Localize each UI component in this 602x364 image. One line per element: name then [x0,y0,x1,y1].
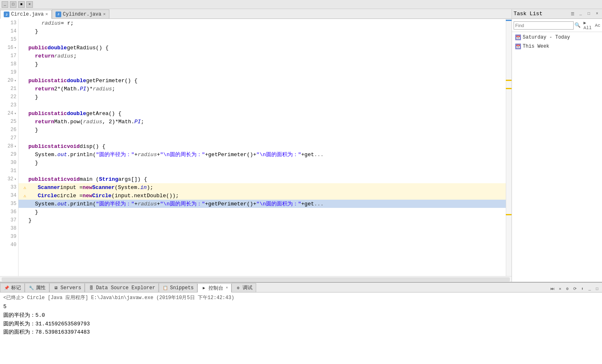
datasource-icon: 🗄 [88,285,94,291]
line-num-24: 24▾ [0,109,18,117]
console-maximize-btn[interactable]: □ [594,286,600,292]
tab-circle-java-close[interactable]: × [45,12,48,17]
console-tab-bar: 📌 标记 🔧 属性 🖥 Servers 🗄 Data Source Explor… [0,283,602,293]
task-panel-minimize-btn[interactable]: _ [577,11,584,17]
code-line-19 [19,68,506,76]
line-num-25: 25 [0,117,18,126]
task-panel-maximize-btn[interactable]: □ [586,11,592,17]
task-search-bar: 🔍 ▶ All Ac [512,19,602,32]
line-num-39: 39 [0,233,18,241]
task-saturday-icon: 📅 [515,35,521,40]
code-line-17: return radius; [19,52,506,60]
ruler-marker-3 [506,88,512,89]
bottom-panel: 📌 标记 🔧 属性 🖥 Servers 🗄 Data Source Explor… [0,282,602,364]
ruler-marker-1 [506,20,512,21]
line-num-30: 30 [0,159,18,167]
task-search-input[interactable] [514,21,574,30]
line-num-16: 16▾ [0,44,18,52]
task-panel-header: Task List ☰ _ □ × [512,9,602,19]
line-num-18: 18 [0,60,18,68]
editor-panel: J Circle.java × J Cylinder.java × 13 14 … [0,9,512,282]
console-action-2[interactable]: ✕ [557,286,563,292]
console-icon: ▶ [201,285,207,291]
console-tab-close[interactable]: × [226,286,228,290]
console-output-0: 5 [3,303,599,311]
line-num-33: 33 [0,183,18,191]
line-num-15: 15 [0,35,18,44]
ruler-marker-2 [506,80,512,81]
task-filter-all[interactable]: ▶ All [582,20,593,30]
console-action-4[interactable]: ⟳ [572,286,578,292]
h-scrollbar-track[interactable] [2,277,510,281]
code-line-38 [19,224,506,233]
code-content[interactable]: radius = r; } public double getRadius() … [19,19,506,276]
code-line-21: return 2*(Math.PI)*radius; [19,85,506,93]
console-action-3[interactable]: ⚙ [564,286,571,292]
code-line-24: public static double getArea() { [19,109,506,117]
code-line-18: } [19,60,506,68]
task-item-saturday[interactable]: 📅 Saturday - Today [512,33,602,42]
code-line-16: public double getRadius() { [19,44,506,52]
props-icon: 🔧 [28,285,34,291]
console-output-3: 圆的面积为：78.53981633974483 [3,328,599,337]
task-filter-ac[interactable]: Ac [594,23,602,28]
h-scrollbar[interactable] [0,276,512,282]
tab-datasource[interactable]: 🗄 Data Source Explorer [85,283,159,292]
code-editor[interactable]: 13 14 15 16▾ 17 18 19 20▾ 21 22 23 24▾ 2… [0,19,512,276]
tab-cylinder-java[interactable]: J Cylinder.java × [52,9,109,18]
line-num-40: 40 [0,241,18,249]
task-panel-menu-btn[interactable]: ☰ [569,11,576,17]
code-line-31 [19,167,506,175]
console-minimize-btn[interactable]: _ [586,286,593,292]
tab-circle-java[interactable]: J Circle.java × [0,10,52,19]
console-content: <已终止> Circle [Java 应用程序] E:\Java\bin\jav… [0,293,602,364]
code-line-39 [19,233,506,241]
main-layout: J Circle.java × J Cylinder.java × 13 14 … [0,9,602,282]
line-num-23: 23 [0,101,18,109]
line-num-13: 13 [0,19,18,27]
line-num-34: 34 [0,191,18,200]
line-num-22: 22 [0,93,18,101]
tab-datasource-label: Data Source Explorer [96,285,155,291]
cylinder-java-icon: J [56,12,61,17]
task-panel-title: Task List [514,11,542,17]
code-line-32: public static void main (String args[]) … [19,175,506,183]
circle-java-icon: J [4,12,9,17]
tab-snippets-label: Snippets [170,285,194,291]
restore-btn[interactable]: □ [10,1,16,8]
tab-properties[interactable]: 🔧 属性 [25,283,49,292]
line-num-28: 28▾ [0,142,18,150]
tab-debug[interactable]: ⚙ 调试 [232,283,256,292]
code-line-28: public static void disp() { [19,142,506,150]
tab-debug-label: 调试 [243,284,252,291]
line-num-32: 32▾ [0,175,18,183]
tab-cylinder-java-close[interactable]: × [103,12,106,17]
console-tab-row: 📌 标记 🔧 属性 🖥 Servers 🗄 Data Source Explor… [0,283,602,293]
task-item-this-week[interactable]: 📅 This Week [512,42,602,51]
line-num-27: 27 [0,134,18,142]
console-action-5[interactable]: ⬆ [579,286,586,292]
task-search-icon[interactable]: 🔍 [574,22,581,28]
maximize-btn[interactable]: ■ [18,1,25,8]
snippets-icon: 📋 [162,285,168,291]
console-action-1[interactable]: ⏭ [549,286,556,292]
tab-snippets[interactable]: 📋 Snippets [159,283,197,292]
overview-ruler [506,19,512,276]
marks-icon: 📌 [4,285,9,291]
code-line-20: public static double getPerimeter() { [19,76,506,85]
code-line-36: } [19,208,506,216]
minimize-btn[interactable]: _ [2,1,8,8]
code-line-22: } [19,93,506,101]
code-line-34: ⚠ Circle circle = new Circle(input.nextD… [19,191,506,200]
tab-console[interactable]: ▶ 控制台 × [197,283,232,293]
tab-properties-label: 属性 [36,284,46,291]
task-panel-close-btn[interactable]: × [594,11,600,17]
tab-servers[interactable]: 🖥 Servers [49,283,85,292]
code-line-14: } [19,27,506,35]
tab-marks[interactable]: 📌 标记 [0,283,25,292]
code-line-35: System.out.println("圆的半径为："+radius+"\n圆的… [19,200,506,208]
console-output-1: 圆的半径为：5.0 [3,311,599,320]
tab-console-label: 控制台 [208,285,223,292]
window-titlebar: _ □ ■ × [0,0,602,9]
close-btn[interactable]: × [26,1,33,8]
